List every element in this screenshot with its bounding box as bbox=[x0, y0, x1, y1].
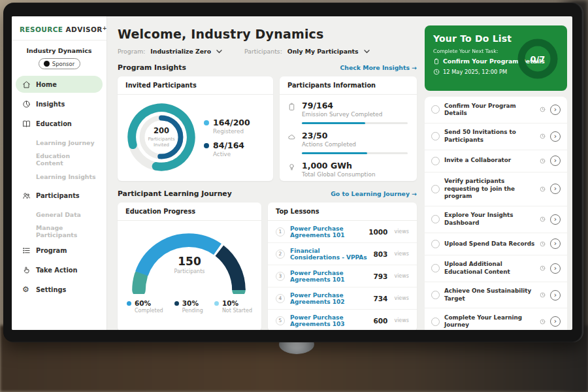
participants-filter[interactable]: Participants: Only My Participants bbox=[244, 48, 370, 55]
task-row-achieve-target[interactable]: Achieve One Sustainability Target › bbox=[425, 282, 567, 309]
task-label: Explore Your Insights Dashboard bbox=[444, 212, 535, 227]
lesson-row: 1 Power Purchase Agreements 101 1000 vie… bbox=[268, 221, 417, 243]
link-label: Go to Learning Journey bbox=[331, 190, 410, 197]
program-icon bbox=[22, 246, 31, 255]
chevron-right-button[interactable]: › bbox=[550, 214, 561, 225]
legend-value: 84/164 bbox=[213, 140, 244, 150]
lesson-row: 3 Power Purchase Agreements 101 793 view… bbox=[268, 265, 417, 287]
sidebar: RESOURCE ADVISOR+ Industry Dynamics Spon… bbox=[12, 16, 107, 330]
take-action-icon bbox=[22, 266, 31, 274]
task-checkbox[interactable] bbox=[431, 240, 440, 248]
sidebar-item-take-action[interactable]: Take Action bbox=[16, 261, 103, 278]
task-row-upload-educational-content[interactable]: Upload Additional Educational Content › bbox=[425, 255, 567, 282]
task-checkbox[interactable] bbox=[431, 318, 440, 326]
views-suffix: views bbox=[394, 273, 409, 279]
todo-summary-card: Your To Do List Complete Your Next Task:… bbox=[425, 25, 567, 91]
task-row-send-invitations[interactable]: Send 50 Invitations to Participants › bbox=[425, 123, 567, 150]
sponsor-badge[interactable]: Sponsor bbox=[39, 58, 80, 69]
clock-icon bbox=[433, 69, 440, 75]
task-checkbox[interactable] bbox=[431, 105, 440, 114]
chevron-right-button[interactable]: › bbox=[550, 155, 561, 166]
lesson-link[interactable]: Power Purchase Agreements 101 bbox=[290, 270, 368, 283]
chevron-right-button[interactable]: › bbox=[550, 290, 561, 301]
gear-icon: ⚙ bbox=[22, 286, 31, 294]
todo-panel: Your To Do List Complete Your Next Task:… bbox=[425, 16, 572, 330]
top-lessons-card: Top Lessons 1 Power Purchase Agreements … bbox=[268, 203, 417, 330]
go-to-learning-journey-link[interactable]: Go to Learning Journey → bbox=[331, 190, 417, 197]
sidebar-item-learning-insights[interactable]: Learning Insights bbox=[16, 169, 103, 184]
education-icon bbox=[22, 120, 31, 128]
invited-legend: 164/200 Registered 84/164 Active bbox=[204, 112, 250, 163]
chevron-right-button[interactable]: › bbox=[550, 238, 561, 249]
insights-icon bbox=[22, 100, 31, 108]
chevron-right-button[interactable]: › bbox=[550, 316, 561, 327]
task-checkbox[interactable] bbox=[431, 264, 440, 272]
task-checkbox[interactable] bbox=[431, 132, 440, 140]
sidebar-item-participants[interactable]: Participants bbox=[16, 187, 103, 204]
check-more-insights-link[interactable]: Check More Insights → bbox=[340, 64, 417, 71]
todo-progress-ring: 0/7 bbox=[516, 37, 559, 80]
todo-task-list: Confirm Your Program Details › Send 50 I… bbox=[425, 97, 567, 330]
participants-filter-value: Only My Participants bbox=[287, 48, 359, 55]
donut-center-label: Participants Invited bbox=[143, 137, 180, 148]
task-row-explore-insights[interactable]: Explore Your Insights Dashboard › bbox=[425, 206, 567, 233]
lesson-link[interactable]: Power Purchase Agreements 101 bbox=[290, 225, 363, 238]
views-suffix: views bbox=[394, 229, 409, 235]
chevron-right-button[interactable]: › bbox=[550, 131, 561, 142]
arrow-right-icon: → bbox=[412, 190, 417, 197]
task-label: Achieve One Sustainability Target bbox=[444, 287, 535, 302]
chevron-right-button[interactable]: › bbox=[550, 105, 561, 115]
gauge-legend: 60% Completed 30% Pending 10% Not Starte… bbox=[118, 297, 261, 320]
views-count: 600 bbox=[373, 317, 387, 325]
legend-label: Active bbox=[213, 151, 244, 157]
sidebar-item-label: Home bbox=[36, 81, 57, 88]
section-title: Program Insights bbox=[118, 63, 186, 72]
legend-label: Completed bbox=[135, 308, 163, 314]
stat-value: 23/50 bbox=[302, 131, 408, 140]
sponsor-icon bbox=[44, 61, 50, 67]
chevron-right-button[interactable]: › bbox=[550, 184, 561, 194]
task-checkbox[interactable] bbox=[431, 185, 440, 193]
sidebar-item-general-data[interactable]: General Data bbox=[16, 206, 103, 222]
sidebar-item-label: Take Action bbox=[36, 267, 77, 274]
chevron-right-button[interactable]: › bbox=[550, 263, 561, 274]
sidebar-item-label: Program bbox=[36, 247, 67, 254]
clock-icon bbox=[540, 292, 546, 298]
sidebar-item-label: Participants bbox=[36, 192, 80, 199]
views-count: 734 bbox=[373, 295, 387, 302]
logo-secondary: ADVISOR bbox=[66, 25, 103, 33]
task-label: Upload Additional Educational Content bbox=[444, 261, 535, 276]
card-title: Participants Information bbox=[280, 76, 417, 95]
sidebar-item-education-content[interactable]: Education Content bbox=[16, 152, 103, 167]
lesson-link[interactable]: Financial Considerations - VPPAs bbox=[290, 248, 368, 261]
views-count: 793 bbox=[373, 272, 387, 280]
task-row-upload-spend-data[interactable]: Upload Spend Data Records › bbox=[425, 233, 567, 255]
rank-badge: 5 bbox=[276, 316, 285, 325]
program-filter[interactable]: Program: Industrialize Zero bbox=[118, 48, 222, 55]
sidebar-item-label: Education bbox=[36, 120, 72, 127]
sidebar-item-learning-journey[interactable]: Learning Journey bbox=[16, 135, 103, 150]
completed-dot bbox=[127, 301, 131, 306]
lesson-link[interactable]: Power Purchase Agreements 103 bbox=[290, 314, 368, 327]
task-row-verify-participants[interactable]: Verify participants requesting to join t… bbox=[425, 172, 567, 206]
stat-value: 1,000 GWh bbox=[302, 161, 408, 171]
task-row-confirm-program[interactable]: Confirm Your Program Details › bbox=[425, 97, 567, 123]
sidebar-item-insights[interactable]: Insights bbox=[16, 95, 103, 112]
stat-row: 79/164 Emission Survey Completed bbox=[280, 95, 417, 125]
lesson-link[interactable]: Power Purchase Agreements 102 bbox=[290, 292, 368, 305]
sidebar-item-settings[interactable]: ⚙ Settings bbox=[16, 281, 103, 298]
sidebar-item-education[interactable]: Education bbox=[16, 115, 103, 132]
task-row-invite-collaborator[interactable]: Invite a Collaborator › bbox=[425, 150, 567, 172]
task-checkbox[interactable] bbox=[431, 215, 440, 223]
sidebar-item-manage-participants[interactable]: Manage Participants bbox=[16, 223, 103, 239]
task-checkbox[interactable] bbox=[431, 291, 440, 299]
sidebar-item-home[interactable]: Home bbox=[16, 76, 103, 93]
task-row-complete-learning-journey[interactable]: Complete Your Learning Journey › bbox=[425, 308, 567, 330]
task-checkbox[interactable] bbox=[431, 157, 440, 165]
cloud-icon bbox=[287, 133, 296, 141]
gauge-center-value: 150 bbox=[178, 255, 201, 268]
clock-icon bbox=[540, 186, 546, 192]
views-suffix: views bbox=[394, 295, 409, 301]
sidebar-item-program[interactable]: Program bbox=[16, 242, 103, 259]
stat-row: 23/50 Actions Completed bbox=[280, 125, 417, 155]
